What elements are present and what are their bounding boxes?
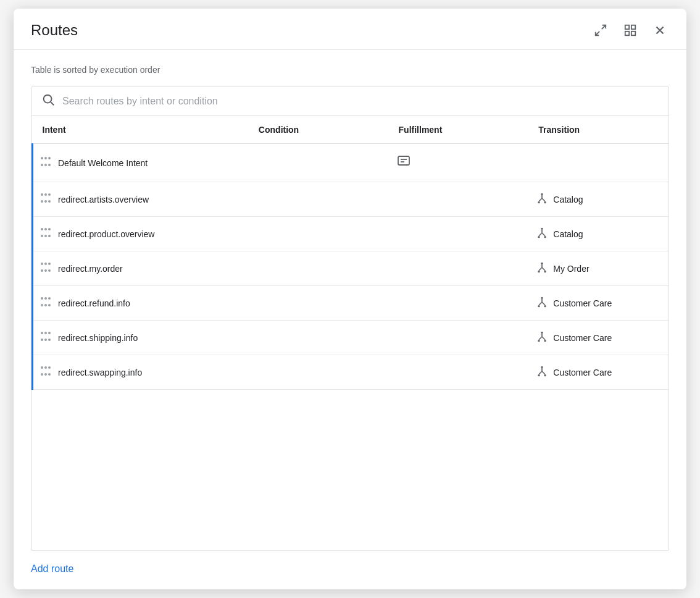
drag-handle[interactable]: [41, 366, 51, 379]
dialog-header: Routes: [14, 9, 686, 50]
table-row[interactable]: redirect.shipping.info: [33, 321, 669, 355]
intent-label: redirect.product.overview: [58, 229, 154, 239]
cell-transition: Catalog: [528, 217, 669, 251]
drag-handle[interactable]: [41, 263, 51, 275]
svg-point-25: [541, 263, 543, 264]
transition-label: My Order: [553, 264, 589, 274]
svg-line-0: [602, 25, 606, 29]
routes-table: Intent Condition Fulfillment Transition: [31, 116, 669, 390]
svg-rect-3: [631, 25, 635, 29]
svg-line-21: [539, 233, 542, 236]
svg-line-1: [596, 32, 599, 35]
intent-label: redirect.shipping.info: [58, 333, 138, 343]
drag-handle[interactable]: [41, 193, 51, 206]
cell-fulfillment: [389, 217, 529, 251]
cell-intent: Default Welcome Intent: [33, 144, 249, 182]
routes-dialog: Routes: [14, 9, 686, 589]
svg-point-31: [541, 297, 543, 299]
dialog-title: Routes: [31, 22, 78, 39]
cell-fulfillment: [389, 144, 529, 182]
drag-handle[interactable]: [41, 228, 51, 240]
transition-label: Customer Care: [553, 333, 612, 343]
svg-point-47: [538, 374, 540, 376]
cell-condition: [249, 144, 389, 182]
svg-point-8: [44, 95, 52, 103]
branch-icon: [536, 365, 548, 379]
cell-condition: [249, 355, 389, 390]
svg-line-33: [539, 302, 542, 305]
svg-point-42: [544, 340, 546, 342]
cell-intent: redirect.artists.overview: [33, 182, 249, 217]
table-row[interactable]: redirect.my.order: [33, 251, 669, 286]
cell-transition: Catalog: [528, 182, 669, 217]
intent-label: redirect.my.order: [58, 264, 123, 274]
message-icon: [396, 158, 411, 171]
svg-point-13: [541, 193, 543, 195]
table-row[interactable]: redirect.product.overview: [33, 217, 669, 251]
svg-rect-2: [625, 25, 629, 29]
cell-transition: Customer Care: [528, 355, 669, 390]
table-row[interactable]: Default Welcome Intent: [33, 144, 669, 182]
intent-label: Default Welcome Intent: [58, 158, 148, 168]
svg-point-37: [541, 332, 543, 334]
svg-line-16: [542, 198, 545, 201]
cell-fulfillment: [389, 355, 529, 390]
close-icon-button[interactable]: [651, 21, 669, 40]
cell-transition: My Order: [528, 251, 669, 286]
svg-point-35: [538, 305, 540, 307]
svg-point-41: [538, 340, 540, 342]
cell-condition: [249, 217, 389, 251]
drag-handle[interactable]: [41, 157, 51, 169]
cell-condition: [249, 182, 389, 217]
intent-label: redirect.refund.info: [58, 298, 130, 308]
search-input[interactable]: [62, 96, 659, 107]
col-header-fulfillment: Fulfillment: [389, 116, 529, 144]
branch-icon: [536, 227, 548, 241]
cell-condition: [249, 321, 389, 355]
branch-icon: [536, 331, 548, 345]
cell-transition: Customer Care: [528, 321, 669, 355]
cell-transition: Customer Care: [528, 286, 669, 321]
cell-fulfillment: [389, 182, 529, 217]
svg-line-15: [539, 198, 542, 201]
svg-point-30: [544, 271, 546, 272]
add-route-button[interactable]: Add route: [31, 556, 669, 579]
svg-line-27: [539, 267, 542, 271]
svg-rect-5: [631, 32, 635, 35]
svg-point-29: [538, 271, 540, 272]
expand-icon-button[interactable]: [591, 21, 610, 40]
col-header-transition: Transition: [528, 116, 669, 144]
table-row[interactable]: redirect.refund.info: [33, 286, 669, 321]
svg-point-36: [544, 305, 546, 307]
svg-point-48: [544, 374, 546, 376]
cell-intent: redirect.product.overview: [33, 217, 249, 251]
svg-line-40: [542, 337, 545, 340]
header-icons: [591, 21, 669, 40]
cell-intent: redirect.my.order: [33, 251, 249, 286]
branch-icon: [536, 261, 548, 276]
transition-label: Customer Care: [553, 368, 612, 377]
svg-point-24: [544, 236, 546, 238]
drag-handle[interactable]: [41, 297, 51, 310]
svg-rect-10: [398, 156, 409, 165]
cell-intent: redirect.refund.info: [33, 286, 249, 321]
svg-point-18: [544, 201, 546, 203]
cell-transition: [528, 144, 669, 182]
sort-label: Table is sorted by execution order: [31, 65, 669, 75]
col-header-intent: Intent: [33, 116, 249, 144]
table-row[interactable]: redirect.swapping.info: [33, 355, 669, 390]
dialog-body: Table is sorted by execution order Inten…: [14, 50, 686, 589]
cell-intent: redirect.swapping.info: [33, 355, 249, 390]
svg-line-28: [542, 267, 545, 271]
svg-point-43: [541, 366, 543, 368]
transition-label: Customer Care: [553, 298, 612, 308]
table-row[interactable]: redirect.artists.overview: [33, 182, 669, 217]
svg-line-45: [539, 371, 542, 374]
svg-point-19: [541, 228, 543, 230]
grid-icon-button[interactable]: [621, 21, 640, 40]
search-icon: [41, 93, 55, 109]
svg-line-46: [542, 371, 545, 374]
transition-label: Catalog: [553, 195, 583, 204]
intent-label: redirect.artists.overview: [58, 195, 149, 204]
drag-handle[interactable]: [41, 332, 51, 344]
